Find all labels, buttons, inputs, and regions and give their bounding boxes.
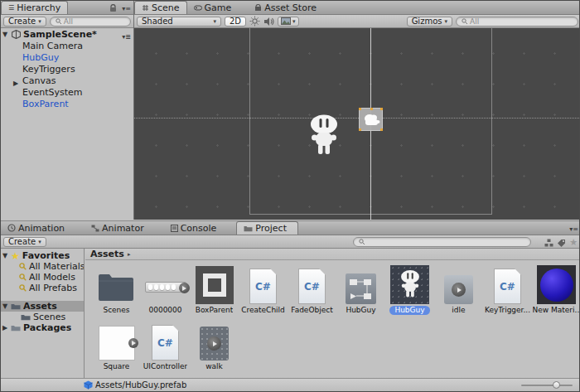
chevron-down-icon: ▾ [38,239,41,245]
breadcrumb[interactable]: Assets ▸ [85,249,580,260]
tab-asset-store[interactable]: Asset Store [248,1,323,14]
gizmos-dropdown[interactable]: Gizmos▾ [407,17,452,27]
scene-search-placeholder: All [470,17,479,26]
hierarchy-item-eventsystem[interactable]: EventSystem [1,87,133,99]
tab-console[interactable]: Console [164,221,224,235]
status-bar: Assets/HubGuy.prefab [1,378,580,391]
hierarchy-item-keytriggers[interactable]: KeyTriggers [1,64,133,75]
hierarchy-item-boxparent[interactable]: BoxParent [1,99,133,110]
asset-0000000[interactable]: 0000000 [141,264,190,315]
panel-menu-icon[interactable]: ▾≡ [569,225,578,233]
scene-effects-dropdown[interactable]: ▾ [278,17,299,27]
asset-hubguy-controller[interactable]: HubGuy [336,264,385,315]
asset-createchild[interactable]: C# CreateChild [239,264,288,315]
favorites-star-icon[interactable]: ★ [569,237,578,248]
scene-lighting-icon[interactable] [249,16,260,27]
asset-square[interactable]: Square [92,321,141,371]
hubguy-sprite[interactable] [308,114,340,158]
tab-animator[interactable]: Animator [85,221,151,235]
tree-assets-root[interactable]: ▼ Assets [1,301,84,312]
selection-handle[interactable] [380,108,383,110]
hierarchy-panel: ☰ Hierarchy ▾≡ Create▾ All ▼ [1,1,134,220]
unity-editor-window: ☰ Hierarchy ▾≡ Create▾ All ▼ [0,0,580,392]
scene-search-input[interactable]: All [456,17,578,27]
scene-panel: Scene Game Asset Store Shaded▾ 2D [134,1,580,220]
panel-menu-icon[interactable]: ▾≡ [122,5,131,12]
csharp-script-icon: C# [298,269,326,304]
search-filter-icon [19,284,27,292]
tab-scene[interactable]: Scene [134,1,187,14]
project-panel: Animation Animator Console Project [1,220,580,380]
search-by-type-icon[interactable] [544,237,553,248]
asset-hubguy-prefab[interactable]: HubGuy [385,264,434,315]
asset-boxparent[interactable]: BoxParent [190,264,239,315]
asset-scenes[interactable]: Scenes [92,264,141,315]
search-by-label-icon[interactable] [557,237,566,248]
foldout-arrow-icon[interactable]: ▼ [2,301,7,312]
scene-tabstrip: Scene Game Asset Store [134,1,580,15]
tree-all-materials[interactable]: All Materials [1,261,84,272]
asset-walk[interactable]: walk [190,321,239,371]
project-folder-tree: ▼ ★ Favorites All Materials All Models [1,249,85,380]
asset-keytrigger[interactable]: C# KeyTrigger... [483,264,532,315]
asset-fadeobject[interactable]: C# FadeObject [288,264,336,315]
slider-knob[interactable] [553,381,560,389]
tab-animation[interactable]: Animation [1,221,71,235]
clock-icon [7,224,16,232]
hierarchy-item-main-camera[interactable]: Main Camera [1,41,133,52]
asset-store-icon [254,4,262,12]
selected-sprite-box[interactable] [359,108,383,131]
asset-uicontroller[interactable]: C# UIController [141,321,190,371]
folder-icon [244,225,253,232]
tree-all-prefabs[interactable]: All Prefabs [1,283,84,293]
selection-handle[interactable] [359,128,361,131]
play-icon [179,283,190,293]
scene-toolbar: Shaded▾ 2D ▾ Gizmos▾ All [134,15,580,28]
search-icon [56,18,62,25]
gamepad-icon [194,4,202,11]
selection-handle[interactable] [370,108,373,110]
hierarchy-item-hubguy[interactable]: HubGuy [1,52,133,64]
asset-grid-row: Square C# UIController walk [92,321,580,371]
animator-controller-icon [346,273,376,304]
folder-icon [11,302,21,310]
search-icon [359,239,365,245]
scene-audio-icon[interactable] [263,17,274,27]
hierarchy-search-input[interactable]: All [50,17,131,27]
csharp-script-icon: C# [494,269,521,304]
foldout-arrow-icon[interactable]: ▼ [2,250,7,261]
asset-zoom-slider[interactable] [521,385,573,386]
tree-favorites[interactable]: ▼ ★ Favorites [1,250,84,261]
chevron-down-icon: ▾ [292,18,296,25]
foldout-arrow-icon[interactable]: ▶ [2,322,7,333]
scene-viewport[interactable] [134,28,580,220]
tab-project[interactable]: Project [236,221,298,235]
draw-mode-dropdown[interactable]: Shaded▾ [137,17,221,27]
project-search-input[interactable] [353,237,531,247]
tree-all-models[interactable]: All Models [1,272,84,283]
lock-icon[interactable] [109,4,117,12]
chevron-down-icon: ▾ [38,18,41,25]
tab-hierarchy-label: Hierarchy [17,2,60,13]
hierarchy-create-button[interactable]: Create▾ [3,17,46,27]
folder-icon [98,271,135,302]
selection-handle[interactable] [359,108,361,110]
asset-idle[interactable]: idle [434,264,483,315]
state-machine-icon [91,225,99,232]
asset-new-material[interactable]: New Materi... [532,264,580,315]
project-create-button[interactable]: Create▾ [3,237,46,247]
tab-game[interactable]: Game [187,1,239,14]
foldout-arrow-icon[interactable]: ▼ [2,28,7,41]
csharp-script-icon: C# [152,325,179,361]
hierarchy-scene-root[interactable]: ▼ SampleScene* ▾≡ [1,28,133,41]
console-icon [171,225,178,232]
animation-clip-icon [444,275,473,304]
2d-toggle-button[interactable]: 2D [225,17,246,27]
search-icon [462,18,468,25]
selection-handle[interactable] [380,128,383,131]
hierarchy-item-canvas[interactable]: ▶ Canvas [1,75,133,87]
tree-packages-root[interactable]: ▶ Packages [1,322,84,333]
tab-hierarchy[interactable]: ☰ Hierarchy [1,1,68,14]
tree-scenes-folder[interactable]: Scenes [1,312,84,322]
material-sphere-icon [537,265,576,304]
